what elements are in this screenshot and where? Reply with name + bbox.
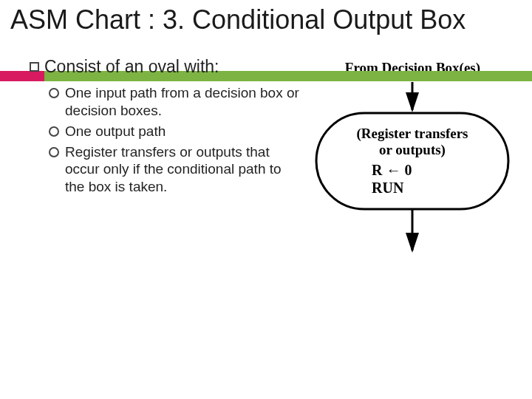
bullet-main: Consist of an oval with: bbox=[30, 57, 302, 77]
title-area: ASM Chart : 3. Conditional Output Box bbox=[0, 0, 532, 35]
bullet-sub: One output path bbox=[30, 123, 302, 140]
oval-line1: (Register transfers bbox=[357, 126, 468, 142]
oval-line3: R ← 0 bbox=[372, 162, 412, 178]
bullet-sub: One input path from a decision box or de… bbox=[30, 84, 302, 120]
conditional-output-diagram: (Register transfers or outputs) R ← 0 RU… bbox=[305, 81, 519, 273]
text-column: Consist of an oval with: One input path … bbox=[30, 57, 302, 273]
slide: ASM Chart : 3. Conditional Output Box Co… bbox=[0, 0, 532, 399]
figure-column: From Decision Box(es) (Register transfer… bbox=[302, 57, 523, 273]
oval-line2: or outputs) bbox=[379, 142, 446, 158]
slide-title: ASM Chart : 3. Conditional Output Box bbox=[10, 4, 525, 35]
bullet-sub: Register transfers or outputs that occur… bbox=[30, 143, 302, 196]
oval-line4: RUN bbox=[372, 180, 404, 196]
